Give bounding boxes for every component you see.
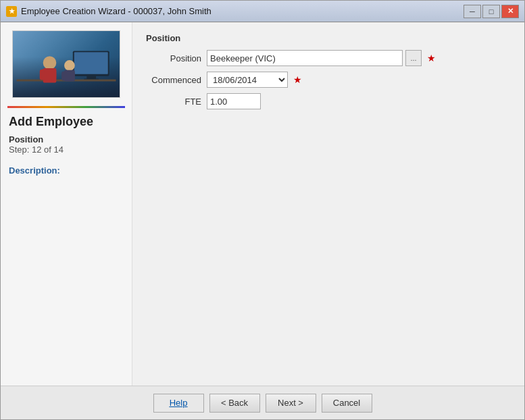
cancel-button[interactable]: Cancel [322, 394, 372, 413]
color-divider [7, 106, 125, 108]
position-input[interactable] [207, 50, 403, 66]
position-input-wrap: ... ★ [207, 50, 436, 66]
svg-point-9 [64, 60, 75, 71]
fte-label: FTE [146, 97, 207, 107]
description-label: Description: [1, 160, 132, 181]
svg-rect-1 [74, 52, 108, 74]
svg-rect-11 [61, 72, 66, 81]
sidebar-step-label: Step: 12 of 14 [1, 145, 132, 160]
fte-input-wrap [207, 93, 261, 109]
sidebar-section-label: Position [1, 132, 132, 145]
commenced-date-select[interactable]: 18/06/2014 [207, 72, 288, 88]
main-window: ★ Employee Creation Wizard - 000037, Joh… [0, 0, 525, 420]
window-title: Employee Creation Wizard - 000037, John … [21, 6, 211, 16]
content-area: Add Employee Position Step: 12 of 14 Des… [1, 22, 524, 386]
close-button[interactable]: ✕ [501, 5, 519, 18]
footer: Help < Back Next > Cancel [1, 386, 524, 419]
position-label: Position [146, 53, 207, 63]
commenced-input-wrap: 18/06/2014 ★ [207, 72, 302, 88]
help-button[interactable]: Help [153, 394, 204, 413]
sidebar: Add Employee Position Step: 12 of 14 Des… [1, 22, 132, 386]
app-icon: ★ [6, 6, 17, 17]
svg-rect-7 [40, 70, 45, 80]
main-panel: Position Position ... ★ Commenced 18/06/… [132, 22, 524, 386]
next-button[interactable]: Next > [266, 394, 316, 413]
add-employee-label: Add Employee [1, 111, 132, 132]
position-browse-button[interactable]: ... [405, 50, 422, 66]
minimize-button[interactable]: ─ [464, 5, 481, 18]
restore-button[interactable]: □ [482, 5, 500, 18]
svg-point-5 [43, 56, 57, 70]
fte-group: FTE [146, 93, 511, 109]
sidebar-image [12, 30, 120, 98]
position-required-star: ★ [427, 53, 436, 63]
position-group: Position ... ★ [146, 50, 511, 66]
section-title: Position [146, 33, 511, 43]
help-label: Help [170, 398, 188, 408]
svg-rect-8 [51, 70, 56, 80]
people-illustration [13, 31, 120, 97]
fte-input[interactable] [207, 93, 261, 109]
back-button[interactable]: < Back [209, 394, 260, 413]
title-bar: ★ Employee Creation Wizard - 000037, Joh… [1, 1, 524, 22]
commenced-required-star: ★ [293, 74, 302, 85]
commenced-group: Commenced 18/06/2014 ★ [146, 72, 511, 88]
svg-rect-12 [70, 72, 75, 81]
title-bar-left: ★ Employee Creation Wizard - 000037, Joh… [6, 6, 211, 17]
window-controls: ─ □ ✕ [464, 5, 519, 18]
commenced-label: Commenced [146, 75, 207, 85]
